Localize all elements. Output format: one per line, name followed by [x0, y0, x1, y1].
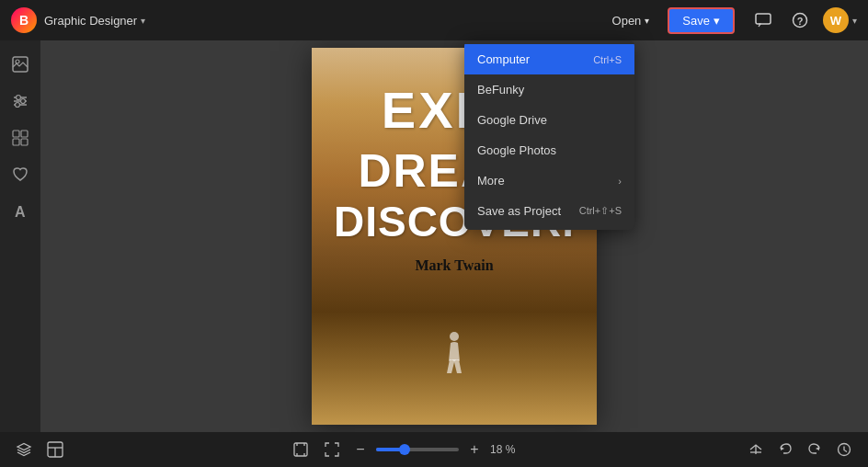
save-befunky-item[interactable]: BeFunky	[464, 74, 634, 105]
save-button[interactable]: Save ▾	[668, 7, 735, 34]
save-computer-shortcut: Ctrl+S	[593, 54, 622, 65]
avatar: W	[823, 7, 849, 33]
app-title-label: Graphic Designer	[44, 14, 137, 28]
save-computer-label: Computer	[477, 52, 530, 66]
befunky-label: BeFunky	[477, 83, 524, 97]
app-logo[interactable]: B	[11, 7, 37, 33]
dropdown-overlay: Computer Ctrl+S BeFunky Google Drive Goo…	[0, 40, 868, 467]
save-google-photos-item[interactable]: Google Photos	[464, 135, 634, 165]
open-button[interactable]: Open ▾	[601, 9, 661, 32]
google-photos-label: Google Photos	[477, 143, 556, 157]
save-chevron: ▾	[714, 14, 720, 28]
svg-rect-0	[756, 14, 771, 24]
google-drive-label: Google Drive	[477, 113, 547, 127]
open-label: Open	[612, 14, 642, 28]
topbar: B Graphic Designer ▾ Open ▾ Save ▾ ? W ▾	[0, 0, 868, 40]
open-chevron: ▾	[645, 16, 649, 26]
save-as-project-shortcut: Ctrl+⇧+S	[579, 205, 622, 217]
app-title-chevron: ▾	[141, 16, 145, 26]
save-as-project-item[interactable]: Save as Project Ctrl+⇧+S	[464, 196, 634, 226]
save-more-item[interactable]: More ›	[464, 165, 634, 196]
svg-text:?: ?	[797, 16, 804, 27]
save-label: Save	[682, 14, 710, 28]
avatar-chevron: ▾	[852, 16, 857, 26]
help-icon[interactable]: ?	[786, 6, 814, 34]
user-avatar-button[interactable]: W ▾	[823, 7, 857, 33]
more-arrow: ›	[618, 176, 622, 187]
save-as-project-label: Save as Project	[477, 204, 561, 218]
save-to-computer-item[interactable]: Computer Ctrl+S	[464, 44, 634, 74]
save-google-drive-item[interactable]: Google Drive	[464, 105, 634, 135]
save-dropdown-menu: Computer Ctrl+S BeFunky Google Drive Goo…	[464, 40, 634, 230]
app-title-button[interactable]: Graphic Designer ▾	[44, 14, 145, 28]
comment-icon[interactable]	[749, 6, 777, 34]
more-label: More	[477, 174, 505, 188]
